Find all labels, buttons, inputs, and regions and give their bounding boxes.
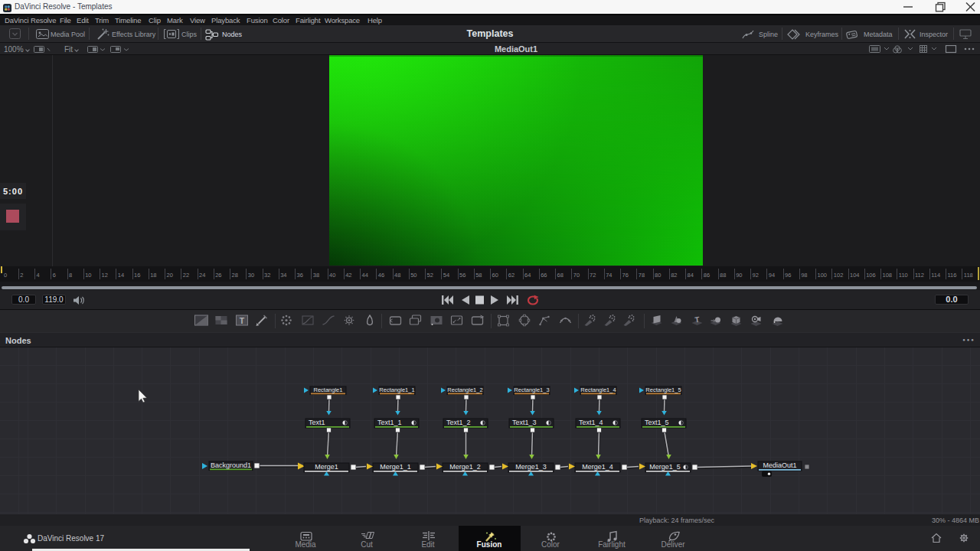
svg-text:Text1_1: Text1_1: [377, 419, 402, 426]
svg-text:T: T: [240, 316, 245, 325]
svg-text:Rectangle1_2: Rectangle1_2: [447, 386, 482, 393]
svg-text:Rectangle1_4: Rectangle1_4: [580, 386, 616, 393]
svg-text:Merge1_3: Merge1_3: [515, 463, 547, 471]
svg-text:Text1_2: Text1_2: [446, 419, 471, 426]
svg-text:Merge1_2: Merge1_2: [449, 463, 481, 471]
svg-text:Text1_5: Text1_5: [645, 419, 669, 426]
svg-text:Text1_3: Text1_3: [512, 419, 537, 426]
svg-text:Merge1_5: Merge1_5: [649, 463, 681, 471]
svg-text:Rectangle1_1: Rectangle1_1: [379, 386, 414, 393]
svg-text:Rectangle1: Rectangle1: [314, 386, 343, 393]
svg-text:Text1_4: Text1_4: [579, 419, 603, 426]
svg-text:Rectangle1_3: Rectangle1_3: [514, 386, 549, 393]
svg-text:MediaOut1: MediaOut1: [763, 461, 796, 469]
svg-text:Merge1_4: Merge1_4: [582, 463, 613, 471]
svg-text:T: T: [694, 315, 701, 324]
svg-text:Text1: Text1: [309, 419, 325, 426]
svg-text:Background1: Background1: [211, 461, 251, 469]
svg-text:Rectangle1_5: Rectangle1_5: [645, 386, 681, 393]
svg-text:Merge1_1: Merge1_1: [380, 463, 411, 471]
svg-text:Merge1: Merge1: [315, 463, 338, 471]
